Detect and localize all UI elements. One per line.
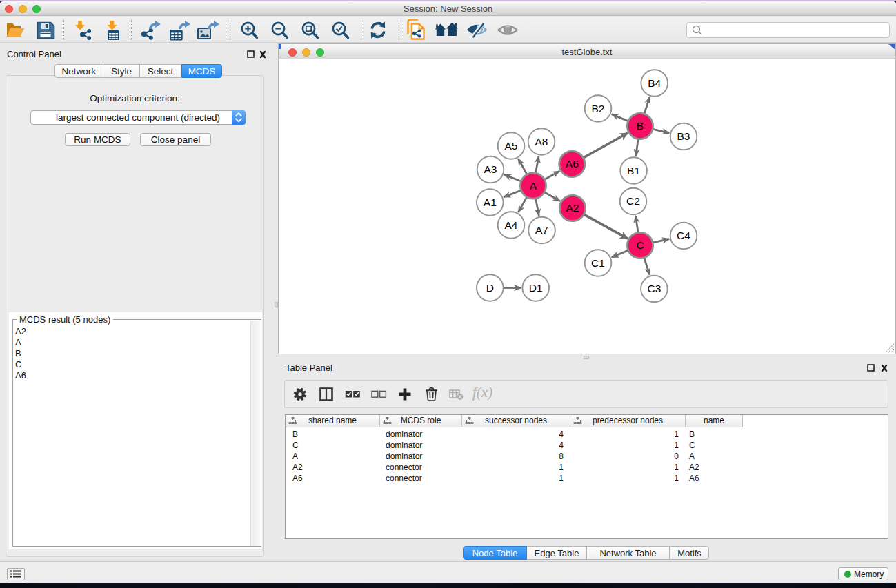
svg-text:B4: B4 [648, 77, 661, 89]
svg-text:C: C [636, 239, 644, 251]
svg-text:D1: D1 [529, 282, 543, 294]
svg-text:A: A [530, 180, 537, 192]
svg-text:C3: C3 [647, 283, 661, 294]
svg-text:A3: A3 [484, 163, 497, 175]
svg-text:B1: B1 [627, 165, 640, 176]
svg-text:B3: B3 [677, 130, 690, 142]
svg-text:C4: C4 [677, 230, 690, 241]
svg-text:D: D [486, 282, 494, 294]
svg-text:A2: A2 [566, 202, 579, 214]
svg-text:A8: A8 [535, 136, 548, 148]
svg-text:A7: A7 [535, 224, 548, 236]
svg-text:C2: C2 [626, 195, 640, 207]
svg-text:C1: C1 [591, 257, 605, 269]
svg-text:A4: A4 [505, 219, 518, 231]
svg-text:B: B [637, 120, 644, 132]
svg-text:B2: B2 [592, 103, 605, 114]
svg-text:A1: A1 [484, 196, 497, 208]
svg-text:A6: A6 [566, 158, 579, 170]
svg-text:A5: A5 [505, 140, 518, 152]
